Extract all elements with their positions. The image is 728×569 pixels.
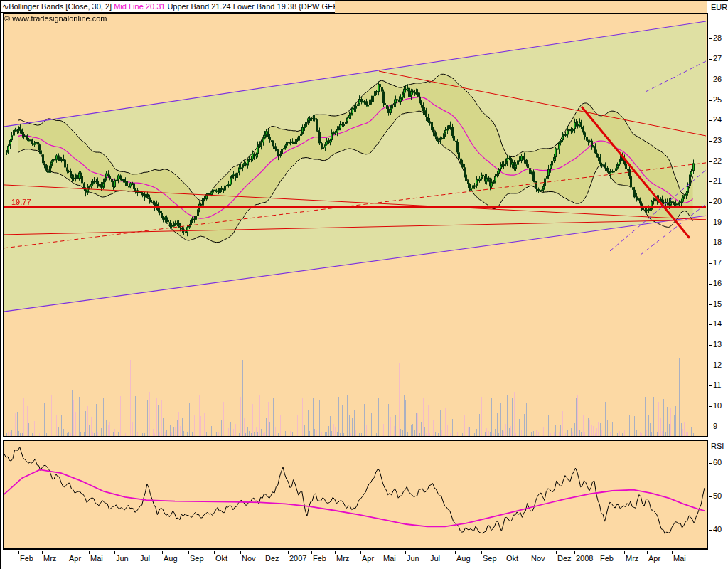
price-axis-tick-mark (709, 263, 712, 264)
indicator-title-bar: ∿Bollinger Bands [Close, 30, 2] Mid Line… (1, 1, 337, 13)
month-tick-label: Jun (116, 554, 129, 563)
rsi-axis-tick-mark (709, 496, 712, 497)
price-axis-tick: 17 (713, 258, 722, 267)
month-tick-label: Jul (140, 554, 150, 563)
month-tick-label: Apr (648, 554, 660, 563)
price-axis-tick-mark (709, 120, 712, 121)
month-tick-mark (18, 551, 19, 554)
price-axis-tick-mark (709, 100, 712, 101)
rsi-axis-label: RSI (711, 442, 724, 450)
month-tick-label: Feb (600, 554, 614, 563)
month-tick-label: Dez (265, 554, 279, 563)
month-tick-mark (672, 551, 673, 554)
price-axis-tick: 28 (713, 33, 722, 42)
main-chart-canvas[interactable] (4, 14, 707, 436)
price-axis-tick: 15 (713, 299, 722, 308)
price-axis-tick: 16 (713, 279, 722, 287)
price-axis-tick: 12 (713, 361, 722, 369)
price-axis-tick: 27 (713, 54, 722, 63)
price-axis-tick: 21 (713, 176, 722, 185)
rsi-panel (3, 440, 708, 550)
month-tick-mark (264, 551, 264, 554)
price-axis-tick-mark (709, 243, 712, 243)
rsi-axis-tick: 60 (713, 458, 722, 467)
price-axis-tick-mark (709, 304, 712, 305)
price-axis-tick: 22 (713, 156, 722, 165)
month-tick-label: 2008 (576, 554, 593, 563)
price-axis-tick: 9 (713, 422, 717, 430)
price-axis-tick: 10 (713, 401, 722, 410)
price-axis-tick-mark (709, 181, 712, 182)
price-axis-tick-mark (709, 406, 712, 407)
main-chart-panel (3, 13, 708, 437)
month-tick-mark (240, 551, 241, 554)
top-strip (335, 1, 707, 13)
price-axis-tick: 18 (713, 238, 722, 246)
copyright-text: © www.tradesignalonline.com (4, 14, 107, 23)
rsi-axis-tick-mark (709, 463, 712, 464)
rsi-axis-tick: 40 (713, 525, 722, 533)
month-tick-label: Apr (69, 554, 81, 563)
month-tick-mark (89, 551, 90, 554)
month-tick-label: Feb (313, 554, 326, 563)
price-axis-tick: 23 (713, 136, 722, 144)
price-axis-tick-mark (709, 366, 712, 366)
rsi-axis-tick-mark (709, 530, 712, 531)
rsi-chart-canvas[interactable] (4, 441, 707, 548)
price-axis-tick-mark (709, 161, 712, 162)
month-tick-mark (162, 551, 163, 554)
month-tick-mark (574, 551, 575, 554)
month-tick-mark (188, 551, 189, 554)
title-segment-indicator: Bollinger Bands [Close, 30, 2] (9, 2, 114, 11)
price-axis-tick: 24 (713, 115, 722, 124)
month-tick-label: Mrz (626, 554, 638, 563)
indicator-icon: ∿ (2, 2, 9, 11)
bottom-axis-row: FebMrzAprMaiJunJulAugSepOktNovDez2007Feb… (1, 551, 708, 569)
month-tick-label: Sep (190, 554, 204, 563)
month-tick-mark (68, 551, 68, 554)
month-tick-mark (139, 551, 139, 554)
right-axis-gutter: EUR RSI 28272625242322212019181716151413… (708, 1, 728, 569)
price-axis-tick-mark (709, 223, 712, 223)
chart-window: ∿Bollinger Bands [Close, 30, 2] Mid Line… (0, 0, 728, 569)
month-tick-mark (335, 551, 336, 554)
month-tick-label: Nov (531, 554, 545, 563)
price-axis-tick-mark (709, 385, 712, 386)
price-axis-tick: 20 (713, 197, 722, 206)
month-tick-label: Apr (362, 554, 374, 563)
month-tick-mark (599, 551, 599, 554)
title-segment-midline: Mid Line 20.31 (114, 2, 167, 11)
month-tick-mark (647, 551, 648, 554)
month-tick-mark (214, 551, 215, 554)
month-tick-mark (556, 551, 557, 554)
month-tick-label: Mai (383, 554, 396, 563)
month-tick-mark (455, 551, 456, 554)
month-tick-label: Sep (483, 554, 497, 563)
price-axis-tick-mark (709, 59, 712, 60)
rsi-axis-tick: 50 (713, 491, 722, 500)
month-tick-mark (288, 551, 289, 554)
month-tick-mark (429, 551, 429, 554)
price-axis-tick-mark (709, 202, 712, 203)
month-tick-label: Mrz (336, 554, 349, 563)
month-tick-label: Mai (90, 554, 103, 563)
month-tick-label: Okt (215, 554, 228, 563)
month-tick-mark (360, 551, 361, 554)
price-axis-tick: 25 (713, 95, 722, 104)
month-tick-label: Mai (673, 554, 686, 563)
month-tick-mark (481, 551, 482, 554)
month-tick-label: Nov (242, 554, 256, 563)
month-tick-label: Jul (430, 554, 440, 563)
price-axis-tick: 26 (713, 75, 722, 83)
month-tick-label: Jun (407, 554, 419, 563)
month-tick-label: Dez (557, 554, 572, 563)
price-axis-tick: 19 (713, 218, 722, 226)
eur-axis-label: EUR (711, 3, 727, 11)
price-axis-tick: 11 (713, 381, 721, 389)
month-tick-label: Aug (164, 554, 178, 563)
price-axis-tick-mark (709, 345, 712, 346)
month-tick-label: Mrz (43, 554, 56, 563)
month-tick-mark (505, 551, 505, 554)
price-axis-tick: 14 (713, 319, 722, 328)
title-segment-bands: Upper Band 21.24 Lower Band 19.38 {DPW G… (167, 2, 341, 11)
